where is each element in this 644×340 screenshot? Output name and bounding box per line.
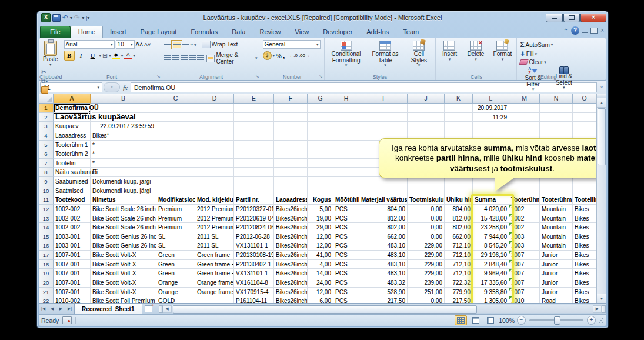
cell-J18[interactable]: 229,00 xyxy=(408,260,445,269)
cell-I12[interactable]: 804,00 xyxy=(359,205,408,214)
cell-B22[interactable]: Bike Scott Foil Premium xyxy=(91,296,156,303)
page-layout-view-button[interactable] xyxy=(469,315,482,325)
cell-A1[interactable]: Demofirma OÜ xyxy=(54,104,91,113)
font-dialog-launcher[interactable]: ↘ xyxy=(156,74,161,79)
col-header-B[interactable]: B xyxy=(91,94,156,104)
cell-B4[interactable]: Bikes* xyxy=(91,131,156,141)
cell-H22[interactable]: PCS xyxy=(333,296,359,303)
cell-O21[interactable]: Bikes xyxy=(573,288,596,297)
cell-E4[interactable] xyxy=(234,131,274,141)
cell-D12[interactable]: 2012 Premium xyxy=(195,205,234,214)
cell-O10[interactable] xyxy=(573,186,596,196)
cell-F22[interactable]: Bikes26inch xyxy=(274,296,308,303)
cell-C11[interactable]: Modifikatsioon xyxy=(156,195,195,205)
cell-C3[interactable] xyxy=(156,122,195,131)
number-dialog-launcher[interactable]: ↘ xyxy=(319,74,323,79)
col-header-E[interactable]: E xyxy=(234,94,274,104)
cell-F10[interactable] xyxy=(274,186,308,196)
cell-F8[interactable] xyxy=(274,168,308,177)
sheet-tab-recovered-sheet1[interactable]: Recovered_Sheet1 xyxy=(74,304,142,314)
cell-E6[interactable] xyxy=(234,149,274,159)
prev-sheet-icon[interactable]: ◀ xyxy=(48,304,56,314)
cell-C13[interactable]: Premium xyxy=(156,214,195,224)
cell-N13[interactable]: Mountain xyxy=(540,214,573,224)
cell-O17[interactable]: Bikes xyxy=(573,251,596,260)
row-header-6[interactable]: 6 xyxy=(39,149,54,159)
col-header-I[interactable]: I xyxy=(359,94,408,104)
cell-B15[interactable]: Bike Scott Genius 26 inch xyxy=(91,232,156,242)
cell-E1[interactable] xyxy=(234,104,274,113)
row-header-15[interactable]: 15 xyxy=(39,232,54,242)
tab-home[interactable]: Home xyxy=(71,26,103,38)
cell-H17[interactable]: PCS xyxy=(333,251,359,260)
row-header-7[interactable]: 7 xyxy=(39,159,54,168)
cell-L22[interactable]: 1 305,00 xyxy=(473,296,509,303)
cell-J22[interactable]: 0,00 xyxy=(408,296,445,303)
format-painter-icon[interactable] xyxy=(41,86,48,94)
cell-G10[interactable] xyxy=(308,186,333,196)
horizontal-scrollbar[interactable]: ◀ ▶ xyxy=(159,304,606,314)
cell-N9[interactable] xyxy=(540,177,573,186)
cell-K10[interactable] xyxy=(445,186,473,196)
cell-A11[interactable]: Tootekood xyxy=(54,195,91,205)
cell-I1[interactable] xyxy=(359,104,408,113)
cell-G4[interactable] xyxy=(308,131,333,141)
zoom-slider[interactable] xyxy=(529,319,583,321)
cell-C2[interactable] xyxy=(156,113,195,122)
clear-button[interactable]: Clear▾ xyxy=(519,58,578,66)
cell-D3[interactable] xyxy=(195,122,234,131)
macro-record-icon[interactable] xyxy=(62,316,72,324)
row-header-22[interactable]: 22 xyxy=(39,296,54,303)
cell-H2[interactable] xyxy=(333,113,359,122)
cell-F9[interactable] xyxy=(274,177,308,186)
cell-M17[interactable]: 1007 xyxy=(509,251,540,260)
cell-L11[interactable]: Summa xyxy=(473,195,509,205)
tab-page-layout[interactable]: Page Layout xyxy=(134,26,184,38)
comma-icon[interactable]: , xyxy=(283,52,285,60)
row-header-21[interactable]: 21 xyxy=(39,288,54,297)
cell-I18[interactable]: 483,10 xyxy=(359,260,408,269)
cell-D22[interactable] xyxy=(195,296,234,303)
cell-J1[interactable] xyxy=(408,104,445,113)
cell-L19[interactable]: 9 969,40 xyxy=(473,269,509,278)
borders-icon[interactable]: ⊞ xyxy=(102,52,108,59)
cell-E16[interactable]: VX131101-1 xyxy=(234,241,274,251)
cell-M20[interactable]: 1007 xyxy=(509,278,540,288)
cell-D18[interactable]: Green frame + ( xyxy=(195,260,234,269)
delete-cells-button[interactable]: Delete▾ xyxy=(464,40,488,62)
conditional-formatting-button[interactable]: Conditional Formatting▾ xyxy=(326,40,366,68)
cell-N19[interactable]: Junior xyxy=(540,269,573,278)
number-format-combo[interactable]: General▾ xyxy=(263,40,321,49)
cell-C9[interactable] xyxy=(156,177,195,186)
col-header-N[interactable]: N xyxy=(540,94,573,104)
cell-H20[interactable]: PCS xyxy=(333,278,359,288)
close-button[interactable]: × xyxy=(580,14,606,22)
cell-G6[interactable] xyxy=(308,149,333,159)
cell-D14[interactable]: 2012 Premium xyxy=(195,223,234,232)
alignment-dialog-launcher[interactable]: ↘ xyxy=(255,74,259,79)
cell-H11[interactable]: Mõõtühik xyxy=(333,195,359,205)
cell-F17[interactable]: Bikes26inch xyxy=(274,251,308,260)
decrease-decimal-icon[interactable]: .00→ xyxy=(299,53,310,58)
cell-L1[interactable]: 20.09.2017 xyxy=(473,104,509,113)
workbook-close-icon[interactable]: × xyxy=(600,28,604,34)
cell-I16[interactable]: 483,10 xyxy=(359,241,408,251)
cell-D6[interactable] xyxy=(195,149,234,159)
accounting-format-icon[interactable]: $ xyxy=(263,51,272,60)
cell-C8[interactable] xyxy=(156,168,195,177)
cell-K19[interactable]: 712,10 xyxy=(445,269,473,278)
cell-E13[interactable]: P20120619-04 xyxy=(234,214,274,224)
cell-E7[interactable] xyxy=(234,159,274,168)
cell-M21[interactable]: 1007 xyxy=(509,288,540,297)
cell-H16[interactable]: PCS xyxy=(333,241,359,251)
cell-H19[interactable]: PCS xyxy=(333,269,359,278)
cell-H18[interactable]: PCS xyxy=(333,260,359,269)
cell-I14[interactable]: 802,00 xyxy=(359,223,408,232)
cell-N14[interactable]: Mountain xyxy=(540,223,573,232)
cell-G7[interactable] xyxy=(308,159,333,168)
cell-G12[interactable]: 5,00 xyxy=(308,205,333,214)
cell-A17[interactable]: 1007-001 xyxy=(54,251,91,260)
cell-J21[interactable]: 251,00 xyxy=(408,288,445,297)
cell-A6[interactable]: Tooterühm 2 xyxy=(54,149,91,159)
workbook-minimize-icon[interactable] xyxy=(582,32,588,33)
